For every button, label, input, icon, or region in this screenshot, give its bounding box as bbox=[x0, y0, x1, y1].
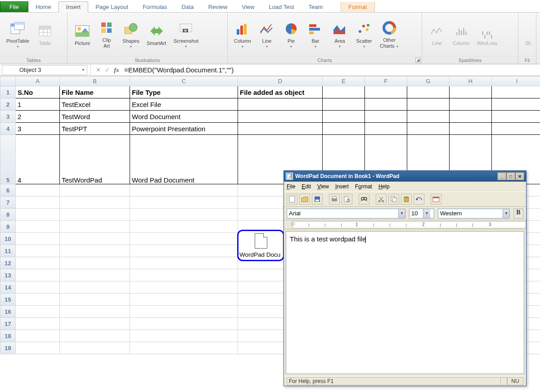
cell[interactable] bbox=[238, 123, 323, 135]
row-header[interactable]: 4 bbox=[0, 123, 16, 135]
cell[interactable]: File Name bbox=[60, 86, 130, 98]
tab-file[interactable]: File bbox=[0, 1, 28, 12]
tab-home[interactable]: Home bbox=[28, 2, 58, 12]
tab-page-layout[interactable]: Page Layout bbox=[88, 2, 135, 12]
picture-button[interactable]: Picture bbox=[70, 23, 94, 46]
cell[interactable] bbox=[238, 111, 323, 123]
slicer-button[interactable]: Sli bbox=[521, 23, 535, 46]
chart-scatter-button[interactable]: Scatter▼ bbox=[352, 21, 376, 48]
tab-data[interactable]: Data bbox=[174, 2, 201, 12]
cell[interactable]: 4 bbox=[16, 135, 60, 184]
row-header[interactable]: 16 bbox=[0, 306, 16, 318]
font-input[interactable] bbox=[287, 209, 398, 218]
cell[interactable]: Word Pad Document bbox=[130, 135, 238, 184]
fontsize-input[interactable] bbox=[410, 209, 423, 218]
menu-edit[interactable]: Edit bbox=[302, 183, 311, 190]
chart-pie-button[interactable]: Pie▼ bbox=[279, 21, 303, 48]
cut-button[interactable] bbox=[376, 194, 387, 205]
sparkline-column-button[interactable]: Column bbox=[449, 23, 473, 46]
save-button[interactable] bbox=[312, 194, 323, 205]
print-button[interactable] bbox=[329, 194, 340, 205]
row-header[interactable]: 18 bbox=[0, 330, 16, 342]
new-button[interactable] bbox=[287, 194, 297, 205]
tab-view[interactable]: View bbox=[234, 2, 261, 12]
paste-button[interactable] bbox=[401, 194, 412, 205]
shapes-button[interactable]: Shapes▼ bbox=[119, 21, 143, 48]
cancel-button[interactable]: ✕ bbox=[94, 67, 103, 73]
wordpad-titlebar[interactable]: 📝 WordPad Document in Book1 - WordPad _ … bbox=[284, 171, 526, 182]
script-input[interactable] bbox=[438, 209, 503, 218]
fontsize-combo[interactable]: ▼ bbox=[409, 209, 434, 218]
cell[interactable]: TestExcel bbox=[60, 98, 130, 111]
dropdown-icon[interactable]: ▼ bbox=[503, 209, 509, 218]
row-header[interactable]: 8 bbox=[0, 209, 16, 221]
menu-format[interactable]: Format bbox=[355, 183, 372, 190]
cell[interactable]: S.No bbox=[16, 86, 60, 98]
sparkline-line-button[interactable]: Line bbox=[425, 23, 449, 46]
row-header[interactable]: 6 bbox=[0, 184, 16, 196]
name-box[interactable]: Object 3 ▼ bbox=[2, 65, 87, 75]
clipart-button[interactable]: ClipArt bbox=[94, 20, 119, 49]
tab-format-context[interactable]: Format bbox=[341, 2, 374, 12]
cell[interactable]: Powerpoint Presentation bbox=[130, 123, 238, 135]
sparkline-winloss-button[interactable]: Win/Loss bbox=[473, 23, 501, 46]
close-button[interactable]: ✕ bbox=[515, 172, 524, 180]
cell[interactable]: TestWordPad bbox=[60, 135, 130, 184]
enter-button[interactable]: ✓ bbox=[103, 67, 112, 73]
smartart-button[interactable]: SmartArt bbox=[143, 23, 170, 46]
tab-insert[interactable]: Insert bbox=[58, 1, 89, 13]
menu-insert[interactable]: Insert bbox=[335, 183, 349, 190]
chart-column-button[interactable]: Column▼ bbox=[230, 21, 255, 48]
col-header[interactable]: A bbox=[16, 76, 60, 86]
cell[interactable]: Word Document bbox=[130, 111, 238, 123]
menu-view[interactable]: View bbox=[317, 183, 329, 190]
row-header[interactable]: 13 bbox=[0, 269, 16, 281]
ruler-indent-marker[interactable]: ◇ bbox=[291, 221, 295, 227]
col-header[interactable]: I bbox=[492, 76, 540, 86]
col-header[interactable]: G bbox=[407, 76, 450, 86]
cell[interactable]: File added as object bbox=[238, 86, 323, 98]
row-header[interactable]: 2 bbox=[0, 98, 16, 111]
row-header[interactable]: 14 bbox=[0, 281, 16, 294]
print-preview-button[interactable] bbox=[342, 194, 352, 205]
tab-review[interactable]: Review bbox=[201, 2, 235, 12]
row-header[interactable]: 17 bbox=[0, 318, 16, 330]
dropdown-icon[interactable]: ▼ bbox=[423, 209, 430, 218]
tab-team[interactable]: Team bbox=[302, 2, 330, 12]
cell[interactable]: 3 bbox=[16, 123, 60, 135]
row-header[interactable]: 9 bbox=[0, 221, 16, 233]
screenshot-button[interactable]: Screenshot▼ bbox=[170, 21, 202, 48]
embedded-wordpad-object[interactable]: WordPad Docu bbox=[237, 230, 284, 261]
minimize-button[interactable]: _ bbox=[497, 172, 506, 180]
chart-other-button[interactable]: OtherCharts ▼ bbox=[376, 20, 402, 49]
row-header[interactable]: 11 bbox=[0, 245, 16, 257]
table-button[interactable]: Table bbox=[33, 23, 57, 46]
font-combo[interactable]: ▼ bbox=[287, 209, 405, 218]
tab-load-test[interactable]: Load Test bbox=[261, 2, 301, 12]
col-header[interactable]: H bbox=[450, 76, 492, 86]
copy-button[interactable] bbox=[388, 194, 399, 205]
chart-line-button[interactable]: Line▼ bbox=[255, 21, 279, 48]
pivottable-button[interactable]: PivotTable▼ bbox=[3, 21, 33, 48]
menu-file[interactable]: File bbox=[287, 183, 295, 190]
cell[interactable]: 1 bbox=[16, 98, 60, 111]
insert-function-button[interactable]: fx bbox=[112, 67, 122, 74]
wordpad-window[interactable]: 📝 WordPad Document in Book1 - WordPad _ … bbox=[284, 170, 526, 386]
cell[interactable]: TestWord bbox=[60, 111, 130, 123]
formula-input[interactable]: =EMBED("Wordpad.Document.1","") bbox=[122, 66, 538, 74]
col-header[interactable]: D bbox=[238, 76, 323, 86]
chart-area-button[interactable]: Area▼ bbox=[328, 21, 352, 48]
menu-help[interactable]: Help bbox=[378, 183, 390, 190]
charts-dialog-launcher[interactable]: ◢ bbox=[415, 58, 421, 63]
cell[interactable]: TestPPT bbox=[60, 123, 130, 135]
select-all-corner[interactable] bbox=[0, 76, 16, 86]
row-header[interactable]: 12 bbox=[0, 257, 16, 269]
row-header[interactable]: 5 bbox=[0, 135, 16, 184]
row-header[interactable]: 1 bbox=[0, 86, 16, 98]
col-header[interactable]: B bbox=[60, 76, 130, 86]
col-header[interactable]: F bbox=[365, 76, 407, 86]
chart-bar-button[interactable]: Bar▼ bbox=[303, 21, 328, 48]
bold-button[interactable]: B bbox=[513, 209, 523, 218]
row-header[interactable]: 19 bbox=[0, 342, 16, 354]
script-combo[interactable]: ▼ bbox=[438, 209, 510, 218]
